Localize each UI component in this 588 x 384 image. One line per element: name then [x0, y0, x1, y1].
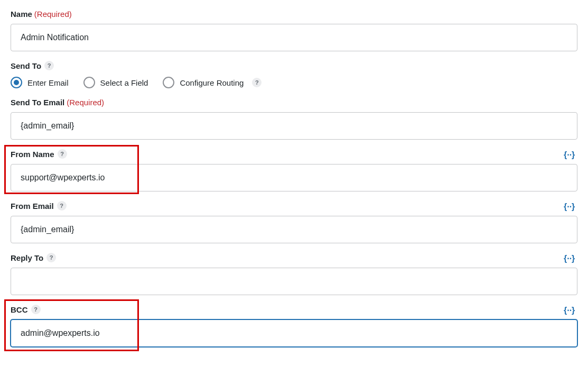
svg-text:{··}: {··} — [564, 254, 575, 263]
from-email-label: From Email — [11, 202, 54, 211]
from-email-label-row: From Email ? — [11, 201, 577, 211]
routing-help-icon[interactable]: ? — [252, 78, 262, 87]
bcc-help-icon[interactable]: ? — [31, 305, 41, 314]
bcc-merge-tag-icon[interactable]: {··} — [563, 305, 577, 316]
reply-to-label-row: Reply To ? — [11, 253, 577, 262]
radio-circle-icon — [83, 77, 95, 88]
bcc-input[interactable] — [11, 319, 577, 347]
send-to-email-field-block: Send To Email (Required) — [11, 98, 577, 140]
radio-configure-routing-label: Configure Routing — [180, 78, 244, 87]
name-label-row: Name (Required) — [11, 10, 577, 19]
send-to-email-label: Send To Email — [11, 98, 64, 107]
bcc-label-row: BCC ? — [11, 305, 577, 314]
name-field-block: Name (Required) — [11, 10, 577, 51]
name-required: (Required) — [34, 10, 72, 19]
send-to-email-input[interactable] — [11, 112, 577, 140]
reply-to-help-icon[interactable]: ? — [46, 253, 56, 262]
from-email-help-icon[interactable]: ? — [57, 201, 67, 211]
radio-enter-email-label: Enter Email — [27, 78, 69, 87]
from-name-help-icon[interactable]: ? — [58, 149, 67, 159]
from-name-field-block: From Name ? {··} — [11, 149, 577, 191]
send-to-field-block: Send To ? Enter Email Select a Field Con… — [11, 61, 577, 88]
from-name-label: From Name — [11, 150, 54, 159]
from-email-merge-tag-icon[interactable]: {··} — [563, 201, 577, 213]
radio-circle-icon — [11, 77, 22, 88]
name-input[interactable] — [11, 24, 577, 51]
send-to-label: Send To — [11, 61, 41, 70]
reply-to-merge-tag-icon[interactable]: {··} — [563, 253, 577, 264]
reply-to-field-block: Reply To ? {··} — [11, 253, 577, 295]
svg-text:{··}: {··} — [564, 202, 575, 211]
radio-enter-email[interactable]: Enter Email — [11, 77, 69, 88]
radio-configure-routing[interactable]: Configure Routing ? — [163, 77, 262, 88]
from-email-field-block: From Email ? {··} — [11, 201, 577, 243]
send-to-help-icon[interactable]: ? — [44, 61, 54, 70]
from-name-merge-tag-icon[interactable]: {··} — [563, 149, 577, 161]
from-name-label-row: From Name ? — [11, 149, 577, 159]
send-to-email-required: (Required) — [67, 98, 104, 107]
radio-circle-icon — [163, 77, 174, 88]
reply-to-input[interactable] — [11, 268, 577, 295]
send-to-radio-group: Enter Email Select a Field Configure Rou… — [11, 77, 577, 88]
reply-to-label: Reply To — [11, 253, 43, 262]
notification-form: Name (Required) Send To ? Enter Email Se… — [0, 0, 588, 358]
radio-select-field-label: Select a Field — [100, 78, 148, 87]
send-to-label-row: Send To ? — [11, 61, 577, 70]
name-label: Name — [11, 10, 32, 19]
send-to-email-label-row: Send To Email (Required) — [11, 98, 577, 107]
from-email-input[interactable] — [11, 216, 577, 243]
svg-text:{··}: {··} — [564, 306, 575, 315]
svg-text:{··}: {··} — [564, 150, 575, 159]
bcc-label: BCC — [11, 305, 28, 314]
from-name-input[interactable] — [11, 164, 577, 191]
radio-select-field[interactable]: Select a Field — [83, 77, 148, 88]
bcc-field-block: BCC ? {··} — [11, 305, 577, 347]
